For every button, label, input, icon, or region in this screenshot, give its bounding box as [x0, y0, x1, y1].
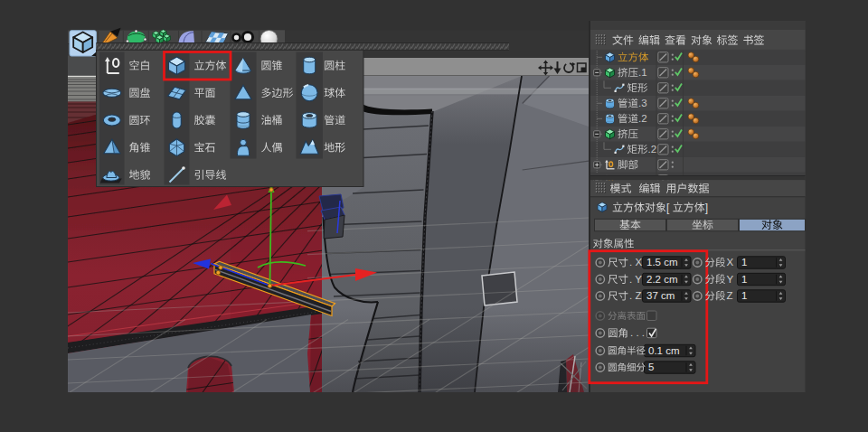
svg-text:5: 5	[648, 362, 654, 372]
svg-text:. X: . X	[629, 257, 642, 268]
svg-text:2.2 cm: 2.2 cm	[646, 274, 678, 285]
svg-text:.1: .1	[638, 67, 647, 78]
svg-text:1: 1	[741, 290, 747, 301]
svg-text:0.1 cm: 0.1 cm	[648, 345, 680, 356]
svg-text:.3: .3	[638, 98, 647, 108]
svg-text:Y: Y	[727, 274, 734, 285]
svg-text:. Y: . Y	[629, 274, 642, 285]
svg-text:. . .: . . .	[630, 327, 645, 338]
svg-text:]: ]	[705, 202, 708, 214]
svg-text:.2: .2	[638, 113, 647, 124]
svg-text:1.5 cm: 1.5 cm	[646, 257, 678, 268]
svg-text:.2: .2	[648, 144, 657, 155]
svg-text:1: 1	[741, 274, 747, 285]
svg-text:1: 1	[741, 257, 747, 268]
svg-text:Z: Z	[727, 290, 733, 301]
svg-text:X: X	[727, 257, 734, 268]
svg-text:37 cm: 37 cm	[646, 290, 675, 301]
svg-text:. Z: . Z	[629, 290, 641, 301]
